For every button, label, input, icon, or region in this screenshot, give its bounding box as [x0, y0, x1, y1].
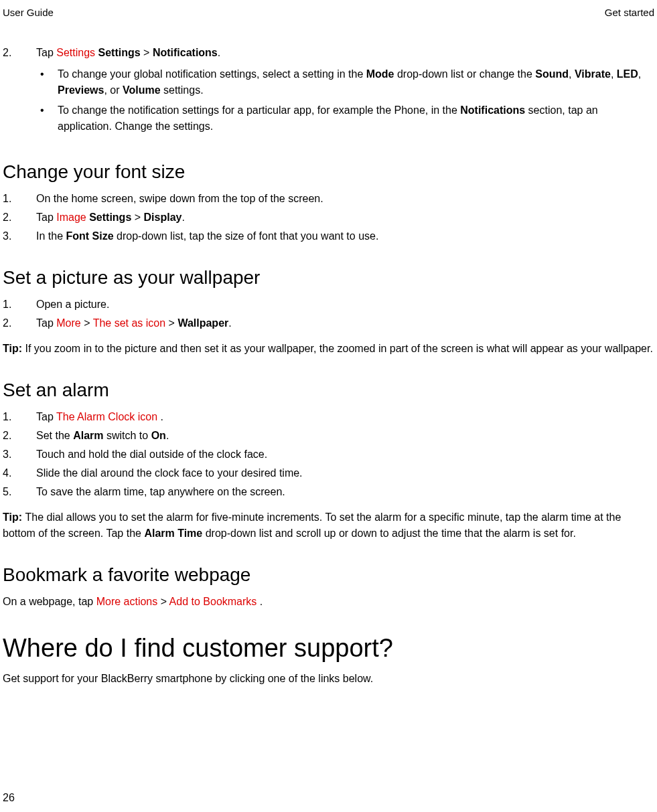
page-number: 26 [3, 792, 15, 804]
step-number: 1. [3, 191, 36, 207]
list-item: 4. Slide the dial around the clock face … [3, 465, 654, 481]
bold-text: Notifications [153, 47, 218, 58]
bold-text: Alarm [73, 430, 103, 441]
step-body: Tap The Alarm Clock icon . [36, 409, 654, 425]
list-item: 1. Open a picture. [3, 297, 654, 313]
tip-paragraph: Tip: The dial allows you to set the alar… [3, 509, 654, 542]
bold-text: Vibrate [575, 68, 611, 80]
list-item: • To change the notification settings fo… [36, 102, 654, 135]
list-item: 1. Tap The Alarm Clock icon . [3, 409, 654, 425]
step-body: Tap More > The set as icon > Wallpaper. [36, 315, 654, 331]
text: settings. [161, 84, 204, 96]
text: Tap [36, 212, 56, 223]
step-number: 1. [3, 409, 36, 425]
heading-alarm: Set an alarm [3, 380, 654, 401]
alarm-clock-icon-label: The Alarm Clock icon [56, 411, 157, 422]
list-item: 3. Touch and hold the dial outside of th… [3, 446, 654, 463]
bold-text: Sound [535, 68, 569, 80]
step-body: On the home screen, swipe down from the … [36, 191, 654, 207]
step-body: Set the Alarm switch to On. [36, 428, 654, 444]
text: , [611, 68, 617, 80]
step-body: To save the alarm time, tap anywhere on … [36, 484, 654, 500]
text: > [141, 47, 153, 58]
bullet-body: To change the notification settings for … [58, 102, 654, 135]
step-number: 3. [3, 228, 36, 244]
bold-text: Previews [58, 84, 104, 96]
bullet-icon: • [36, 66, 58, 98]
settings-icon-label: Settings [56, 47, 95, 58]
paragraph: On a webpage, tap More actions > Add to … [3, 594, 654, 610]
text: > [131, 212, 143, 223]
step-body: Touch and hold the dial outside of the c… [36, 446, 654, 463]
page-header: User Guide Get started [0, 0, 657, 18]
image-icon-label: Image [56, 212, 86, 223]
step-body: Tap Image Settings > Display. [36, 210, 654, 226]
text: . [257, 596, 263, 607]
text: . [218, 47, 220, 58]
step-body: Open a picture. [36, 297, 654, 313]
text: , or [104, 84, 123, 96]
step-number: 2. [3, 45, 36, 139]
step-body: In the Font Size drop-down list, tap the… [36, 228, 654, 244]
text: In the [36, 230, 66, 242]
step-number: 5. [3, 484, 36, 500]
heading-support: Where do I find customer support? [3, 634, 654, 663]
bold-text: Alarm Time [144, 527, 202, 539]
bullet-list: • To change your global notification set… [36, 66, 654, 135]
set-as-icon-label: The set as icon [93, 317, 166, 329]
tip-label: Tip: [3, 511, 25, 523]
text: To change your global notification setti… [58, 68, 366, 80]
bold-text: On [151, 430, 166, 441]
text: . [228, 317, 231, 329]
bold-text: Mode [366, 68, 394, 80]
tip-text: If you zoom in to the picture and then s… [25, 343, 652, 354]
header-left: User Guide [3, 7, 54, 18]
paragraph: Get support for your BlackBerry smartpho… [3, 671, 654, 687]
text: drop-down list or change the [394, 68, 536, 80]
list-item: 2. Tap Settings Settings > Notifications… [3, 45, 654, 139]
header-right: Get started [605, 7, 654, 18]
text: Set the [36, 430, 73, 441]
bold-text: Notifications [460, 104, 525, 116]
tip-paragraph: Tip: If you zoom in to the picture and t… [3, 341, 654, 357]
step-number: 3. [3, 446, 36, 463]
text: , [569, 68, 575, 80]
heading-font-size: Change your font size [3, 161, 654, 183]
step-number: 4. [3, 465, 36, 481]
text: . [181, 212, 184, 223]
step-body: Tap Settings Settings > Notifications. •… [36, 45, 654, 139]
list-item: 2. Set the Alarm switch to On. [3, 428, 654, 444]
step-number: 2. [3, 210, 36, 226]
text: , [638, 68, 641, 80]
text: drop-down list, tap the size of font tha… [114, 230, 379, 242]
list-item: 5. To save the alarm time, tap anywhere … [3, 484, 654, 500]
heading-bookmark: Bookmark a favorite webpage [3, 564, 654, 586]
list-item: 1. On the home screen, swipe down from t… [3, 191, 654, 207]
bold-text: Wallpaper [177, 317, 228, 329]
add-to-bookmarks-icon-label: Add to Bookmarks [169, 596, 257, 607]
page-content: 2. Tap Settings Settings > Notifications… [0, 18, 657, 687]
list-item: 2. Tap Image Settings > Display. [3, 210, 654, 226]
text: > [157, 596, 169, 607]
list-item: 3. In the Font Size drop-down list, tap … [3, 228, 654, 244]
list-item: • To change your global notification set… [36, 66, 654, 98]
tip-label: Tip: [3, 343, 25, 354]
text: . [166, 430, 169, 441]
bold-text: Volume [123, 84, 161, 96]
bold-text: Settings [98, 47, 141, 58]
more-icon-label: More [56, 317, 80, 329]
tip-text: drop-down list and scroll up or down to … [202, 527, 576, 539]
more-actions-icon-label: More actions [96, 596, 158, 607]
bullet-icon: • [36, 102, 58, 135]
text: > [165, 317, 177, 329]
bold-text: Settings [89, 212, 131, 223]
list-item: 2. Tap More > The set as icon > Wallpape… [3, 315, 654, 331]
step-number: 2. [3, 428, 36, 444]
bold-text: Display [144, 212, 182, 223]
text: . [157, 411, 163, 422]
step-body: Slide the dial around the clock face to … [36, 465, 654, 481]
step-number: 1. [3, 297, 36, 313]
text: On a webpage, tap [3, 596, 96, 607]
text: Tap [36, 411, 56, 422]
text: Tap [36, 317, 56, 329]
